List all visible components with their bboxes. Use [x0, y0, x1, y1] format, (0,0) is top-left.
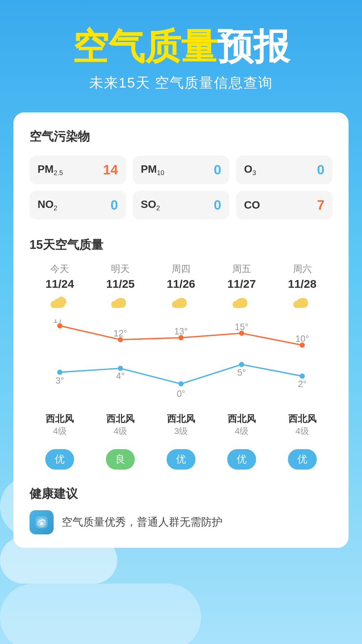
svg-point-12: [178, 381, 183, 386]
pollutant-grid: PM2.5 14 PM10 0 O3 0 NO2 0 SO2 0: [29, 156, 333, 219]
health-section: 健康建议 空气质量优秀，普通人群无需防护: [29, 486, 333, 534]
temperature-chart: 17° 12° 13° 15° 10° 3° 4° 0° 5°: [29, 319, 333, 407]
svg-point-10: [57, 370, 62, 375]
day-col-1: 今天 11/24: [29, 263, 90, 316]
quality-col-2: 良: [90, 449, 151, 472]
health-item-1: 空气质量优秀，普通人群无需防护: [29, 510, 333, 534]
health-title: 健康建议: [29, 486, 333, 502]
pollutant-pm25: PM2.5 14: [29, 156, 126, 184]
pollutant-pm10: PM10 0: [133, 156, 229, 184]
svg-text:10°: 10°: [295, 334, 309, 344]
health-text-1: 空气质量优秀，普通人群无需防护: [62, 515, 223, 530]
svg-text:13°: 13°: [174, 326, 188, 336]
forecast-grid: 今天 11/24 明天 11/25 周四: [29, 263, 333, 316]
main-card: 空气污染物 PM2.5 14 PM10 0 O3 0 NO2 0: [13, 112, 349, 548]
weather-icon-4: [230, 297, 253, 313]
hero-subtitle: 未来15天 空气质量信息查询: [89, 73, 273, 92]
svg-text:4°: 4°: [116, 371, 125, 381]
pollutant-o3: O3 0: [236, 156, 333, 184]
svg-text:12°: 12°: [114, 328, 127, 338]
quality-col-4: 优: [211, 449, 272, 472]
svg-text:17°: 17°: [53, 319, 67, 325]
hero-title: 空气质量预报: [72, 27, 290, 67]
wind-col-1: 西北风 4级: [29, 410, 90, 442]
day-col-3: 周四 11/26: [151, 263, 212, 316]
quality-grid: 优 良 优 优 优: [29, 449, 333, 472]
wind-col-4: 西北风 4级: [211, 410, 272, 442]
day-col-2: 明天 11/25: [90, 263, 151, 316]
svg-text:0°: 0°: [177, 389, 185, 399]
svg-point-11: [118, 366, 123, 371]
weather-icon-1: [48, 297, 71, 313]
svg-text:5°: 5°: [237, 368, 246, 378]
day-col-4: 周五 11/27: [211, 263, 272, 316]
day-col-5: 周六 11/28: [272, 263, 333, 316]
weather-icon-3: [169, 297, 193, 313]
svg-point-21: [40, 522, 43, 525]
title-yellow: 空气质量: [72, 26, 217, 67]
pollutant-so2: SO2 0: [133, 191, 229, 219]
quality-col-5: 优: [272, 449, 333, 472]
wind-col-2: 西北风 4级: [90, 410, 151, 442]
svg-point-14: [300, 373, 305, 378]
wind-grid: 西北风 4级 西北风 4级 西北风 3级 西北风 4级 西北风 4级: [29, 410, 333, 442]
svg-text:2°: 2°: [298, 379, 307, 389]
svg-text:15°: 15°: [235, 322, 248, 332]
wind-col-3: 西北风 3级: [151, 410, 212, 442]
wind-col-5: 西北风 4级: [272, 410, 333, 442]
weather-icon-5: [291, 297, 314, 313]
svg-point-13: [239, 362, 244, 367]
health-icon: [29, 510, 54, 534]
svg-text:3°: 3°: [56, 376, 64, 386]
quality-col-3: 优: [151, 449, 212, 472]
title-white: 预报: [217, 26, 290, 67]
pollutant-co: CO 7: [236, 191, 333, 219]
pollutants-title: 空气污染物: [29, 128, 333, 145]
forecast-title: 15天空气质量: [29, 237, 333, 253]
quality-col-1: 优: [29, 449, 90, 472]
pollutant-no2: NO2 0: [29, 191, 126, 219]
weather-icon-2: [109, 297, 132, 313]
